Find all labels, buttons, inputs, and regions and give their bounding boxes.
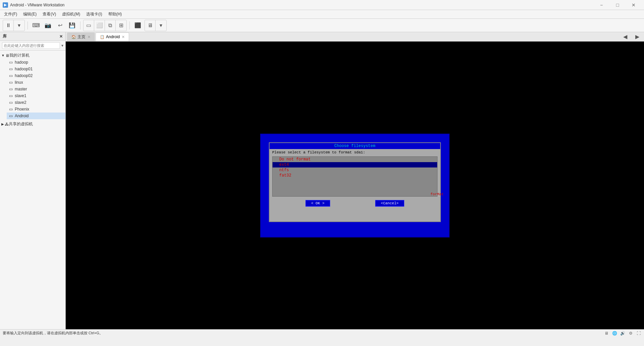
tab-nav-right[interactable]: ▶ xyxy=(632,31,643,42)
sound-status-icon[interactable]: 🔊 xyxy=(620,331,625,336)
search-input[interactable] xyxy=(2,42,60,49)
power-button[interactable]: ⏸ xyxy=(3,20,14,31)
tree-item-label: linux xyxy=(15,80,23,85)
settings-status-icon[interactable]: ⚙ xyxy=(628,331,633,336)
menu-file[interactable]: 文件(F) xyxy=(1,10,20,18)
vm-icon: ▭ xyxy=(8,93,13,98)
menu-help[interactable]: 帮助(H) xyxy=(106,10,125,18)
tree-shared[interactable]: ▶ 🖧 共享的虚拟机 xyxy=(0,121,65,128)
display-settings[interactable]: 🖥 xyxy=(145,20,156,31)
revert[interactable]: ↩ xyxy=(55,20,65,31)
format-annotation: forMat xyxy=(430,192,444,196)
tab-home[interactable]: 🏠 主页 ✕ xyxy=(67,32,95,41)
dialog-title-text: Choose filesystem xyxy=(334,144,375,148)
view-unity[interactable]: ⧉ xyxy=(105,20,116,31)
list-item-ntfs[interactable]: ntfs xyxy=(273,167,437,173)
display-dropdown[interactable]: ▾ xyxy=(156,20,166,31)
android-icon: 📋 xyxy=(100,35,105,39)
menu-tab[interactable]: 选项卡(I) xyxy=(83,10,105,18)
tree-item-phoenix[interactable]: ▭ Phoenix xyxy=(7,106,65,113)
tab-nav-left[interactable]: ◀ xyxy=(620,31,631,42)
fullscreen-status-icon[interactable]: ⛶ xyxy=(636,331,641,336)
tree-item-master[interactable]: ▭ master xyxy=(7,86,65,92)
tree-item-slave1[interactable]: ▭ slave1 xyxy=(7,92,65,99)
snapshot[interactable]: 📷 xyxy=(43,20,53,31)
dialog-subtitle: Please select a filesystem to format sda… xyxy=(270,149,440,155)
statusbar-right: 🖥 🌐 🔊 ⚙ ⛶ xyxy=(604,331,641,336)
tree-item-label: Phoenix xyxy=(15,107,29,112)
tree-item-label: slave1 xyxy=(15,93,26,98)
maximize-button[interactable]: □ xyxy=(610,0,625,10)
vm-tree: ▼ 🖥 我的计算机 ▭ hadoop ▭ hadoop01 ▭ hadoop02 xyxy=(0,51,65,329)
tab-home-close[interactable]: ✕ xyxy=(87,35,91,39)
tree-item-hadoop[interactable]: ▭ hadoop xyxy=(7,59,65,66)
menu-edit[interactable]: 编辑(E) xyxy=(20,10,39,18)
network-status-icon[interactable]: 🌐 xyxy=(612,331,617,336)
minimize-button[interactable]: − xyxy=(594,0,609,10)
vm-display-area[interactable]: Choose filesystem Please select a filesy… xyxy=(66,42,644,329)
vm-dialog-outer: Choose filesystem Please select a filesy… xyxy=(260,134,450,237)
close-button[interactable]: ✕ xyxy=(626,0,641,10)
dialog-list: Do not format ext4 ntfs fat32 ← xyxy=(272,156,437,197)
vm-icon: ▭ xyxy=(8,66,13,72)
vm-bottom-bar xyxy=(264,227,446,234)
sidebar-title: 库 xyxy=(3,33,7,39)
tree-item-linux[interactable]: ▭ linux xyxy=(7,79,65,86)
sep2 xyxy=(80,21,80,29)
tree-root-label: 我的计算机 xyxy=(9,53,30,58)
tree-item-hadoop02[interactable]: ▭ hadoop02 xyxy=(7,72,65,79)
ok-button[interactable]: < OK > xyxy=(305,200,330,207)
dialog-title: Choose filesystem xyxy=(270,143,440,149)
tree-item-slave2[interactable]: ▭ slave2 xyxy=(7,99,65,106)
menu-vm[interactable]: 虚拟机(M) xyxy=(59,10,83,18)
vm-icon: ▭ xyxy=(8,73,13,78)
list-item-fat32[interactable]: fat32 xyxy=(273,173,437,178)
display-controls: 🖥 ▾ xyxy=(144,20,167,31)
monitor-status-icon[interactable]: 🖥 xyxy=(604,331,609,336)
tree-shared-label: 共享的虚拟机 xyxy=(9,121,33,127)
search-arrow-icon[interactable]: ▾ xyxy=(61,43,63,48)
tree-item-label: hadoop01 xyxy=(15,67,33,71)
tree-item-label: hadoop02 xyxy=(15,73,33,78)
cancel-button[interactable]: <Cancel> xyxy=(375,200,404,207)
tree-item-android[interactable]: ▭ Android xyxy=(7,113,65,119)
tree-root[interactable]: ▼ 🖥 我的计算机 xyxy=(0,52,65,59)
vm-icon: ▭ xyxy=(8,86,13,92)
tree-item-label: master xyxy=(15,87,27,91)
tree-item-hadoop01[interactable]: ▭ hadoop01 xyxy=(7,66,65,72)
list-item-ext4[interactable]: ext4 xyxy=(273,162,437,167)
expand-icon: ▶ xyxy=(1,122,4,126)
menu-view[interactable]: 查看(V) xyxy=(40,10,59,18)
tab-home-label: 主页 xyxy=(77,34,85,40)
view-normal[interactable]: ▭ xyxy=(83,20,94,31)
vm-icon: ▭ xyxy=(8,107,13,112)
tab-android[interactable]: 📋 Android ✕ xyxy=(96,32,129,41)
list-item-no-format[interactable]: Do not format xyxy=(273,157,437,162)
filesystem-dialog: Choose filesystem Please select a filesy… xyxy=(269,142,441,222)
tree-item-label: slave2 xyxy=(15,100,26,105)
tabs-bar: 🏠 主页 ✕ 📋 Android ✕ ◀ ▶ xyxy=(66,32,644,42)
sep3 xyxy=(129,21,130,29)
vm-icon: ▭ xyxy=(8,60,13,65)
tree-item-label: hadoop xyxy=(15,60,28,65)
view-fit[interactable]: ⊞ xyxy=(116,20,126,31)
shared-icon: 🖧 xyxy=(5,122,9,127)
sep1 xyxy=(27,21,28,29)
titlebar: ▶ Android - VMware Workstation − □ ✕ xyxy=(0,0,644,10)
tree-children: ▭ hadoop ▭ hadoop01 ▭ hadoop02 ▭ linux ▭ xyxy=(0,59,65,119)
vm-icon: ▭ xyxy=(8,100,13,105)
tab-android-close[interactable]: ✕ xyxy=(122,35,125,39)
tree-item-label: Android xyxy=(15,114,28,118)
home-icon: 🏠 xyxy=(71,35,76,39)
view-full[interactable]: ⬜ xyxy=(94,20,105,31)
power-dropdown[interactable]: ▾ xyxy=(14,20,24,31)
sidebar-close-button[interactable]: ✕ xyxy=(59,34,63,39)
window-controls: − □ ✕ xyxy=(594,0,641,10)
suspend[interactable]: 💾 xyxy=(67,20,77,31)
statusbar-text: 要将输入定向到该虚拟机，请在虚拟机内部单击或按 Ctrl+G。 xyxy=(3,331,103,336)
statusbar: 要将输入定向到该虚拟机，请在虚拟机内部单击或按 Ctrl+G。 🖥 🌐 🔊 ⚙ … xyxy=(0,329,644,337)
console[interactable]: ⬛ xyxy=(132,20,143,31)
tab-android-label: Android xyxy=(106,34,120,39)
send-ctrl-alt-del[interactable]: ⌨ xyxy=(31,20,41,31)
vm-icon: ▭ xyxy=(8,113,13,119)
